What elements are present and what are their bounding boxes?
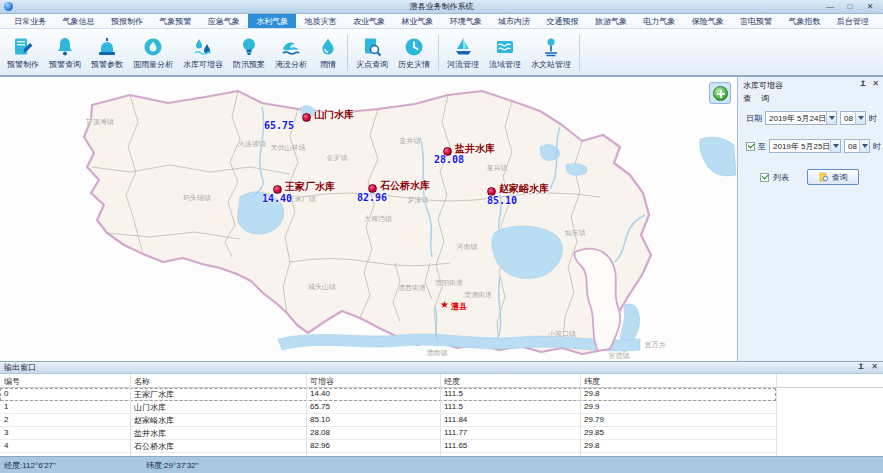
tab-weather-index[interactable]: 气象指数 (780, 14, 828, 28)
rain-analysis-button[interactable]: 面雨量分析 (128, 31, 178, 75)
column-header[interactable]: 经度 (444, 376, 460, 387)
column-header[interactable]: 可增容 (310, 376, 334, 387)
cell-id: 4 (4, 441, 8, 450)
cell-capacity: 82.96 (310, 441, 330, 450)
hour-unit-label: 时 (869, 113, 877, 124)
maximize-button[interactable]: □ (843, 1, 857, 12)
output-close-icon[interactable]: ✕ (871, 363, 878, 371)
table-row[interactable]: 1 山门水库 65.75 111.5 29.9 (0, 401, 776, 414)
table-row[interactable]: 3 盐井水库 28.08 111.77 29.85 (0, 427, 776, 440)
cell-capacity: 85.10 (310, 415, 330, 424)
tab-admin[interactable]: 后台管理 (829, 14, 877, 28)
list-checkbox[interactable] (760, 173, 769, 182)
map-canvas[interactable]: 甘溪滩镇 码头铺镇 火连坡镇 天供山林场 金罗镇 盐井镇 复兴镇 梦溪镇 大堰垱… (0, 77, 737, 361)
town-label: 小渡口镇 (548, 329, 576, 339)
toolbar-label: 预警查询 (49, 59, 81, 70)
date-to-select[interactable]: 2019年 5月25日 (769, 139, 841, 153)
toolbar-label: 预警制作 (7, 59, 39, 70)
query-button[interactable]: 查询 (807, 169, 859, 185)
cell-name: 石公桥水库 (134, 441, 174, 452)
cell-longitude: 111.77 (444, 428, 467, 437)
town-label: 宜万乡 (645, 340, 666, 350)
minimize-button[interactable]: — (823, 1, 837, 12)
panel-close-icon[interactable]: ✕ (872, 80, 879, 88)
cell-name: 赵家峪水库 (134, 415, 174, 426)
date-from-select[interactable]: 2019年 5月24日 (765, 111, 837, 125)
chevron-down-icon (855, 112, 865, 124)
to-label: 至 (758, 141, 766, 152)
hour-to-select[interactable]: 08 (844, 139, 870, 153)
reservoir-name: 王家厂水库 (285, 180, 335, 194)
tab-geo-disaster[interactable]: 地质灾害 (296, 14, 344, 28)
close-button[interactable]: ✕ (863, 1, 877, 12)
cell-name: 王家厂水库 (134, 389, 174, 400)
toolbar-label: 历史灾情 (398, 59, 430, 70)
hydro-station-management-button[interactable]: 水文站管理 (526, 31, 576, 75)
cell-id: 0 (4, 389, 8, 398)
town-label: 官垸镇 (609, 351, 630, 361)
tab-lightning[interactable]: 雷电预警 (732, 14, 780, 28)
reservoir-value: 14.40 (262, 193, 292, 204)
tab-agriculture[interactable]: 农业气象 (345, 14, 393, 28)
rain-condition-button[interactable]: 雨情 (312, 31, 344, 75)
map-add-button[interactable] (709, 82, 731, 104)
cell-capacity: 14.40 (310, 389, 330, 398)
status-bar: 经度:112°6'27" 纬度:29°37'32" (0, 456, 883, 473)
warning-edit-button[interactable]: 预警制作 (2, 31, 44, 75)
toolbar-label: 防汛预案 (233, 59, 265, 70)
tab-tourism[interactable]: 旅游气象 (587, 14, 635, 28)
tab-urban-flood[interactable]: 城市内涝 (490, 14, 538, 28)
to-checkbox[interactable] (746, 142, 755, 151)
tab-forestry[interactable]: 林业气象 (393, 14, 441, 28)
tab-emergency[interactable]: 应急气象 (200, 14, 248, 28)
column-divider (306, 374, 307, 456)
toolbar-label: 流域管理 (489, 59, 521, 70)
tab-weather-info[interactable]: 气象信息 (54, 14, 102, 28)
disaster-point-query-button[interactable]: 灾点查询 (351, 31, 393, 75)
reservoir-capacity-panel: 水库可增容 ✕ 查 询 日期 2019年 5月24日 08 时 至 2019 (737, 77, 883, 361)
date-from-value: 2019年 5月24日 (769, 113, 826, 124)
column-header[interactable]: 名称 (134, 376, 150, 387)
inundation-analysis-button[interactable]: 淹没分析 (270, 31, 312, 75)
town-label: 澧阳街道 (435, 278, 463, 288)
history-disaster-button[interactable]: 历史灾情 (393, 31, 435, 75)
tab-daily[interactable]: 日常业务 (6, 14, 54, 28)
town-label: 澧南镇 (427, 348, 448, 358)
reservoir-marker[interactable] (302, 113, 311, 122)
date-to-value: 2019年 5月25日 (773, 141, 830, 152)
flood-plan-button[interactable]: 防汛预案 (228, 31, 270, 75)
table-row[interactable]: 2 赵家峪水库 85.10 111.84 29.79 (0, 414, 776, 427)
column-header[interactable]: 纬度 (584, 376, 600, 387)
tab-traffic[interactable]: 交通预报 (538, 14, 586, 28)
tab-hydrology[interactable]: 水利气象 (248, 14, 296, 28)
toolbar-separator (347, 35, 348, 71)
toolbar-label: 灾点查询 (356, 59, 388, 70)
tab-power[interactable]: 电力气象 (635, 14, 683, 28)
basin-management-button[interactable]: 流域管理 (484, 31, 526, 75)
date-label: 日期 (746, 113, 762, 124)
inundation-wave-icon (280, 36, 302, 58)
warning-query-button[interactable]: 预警查询 (44, 31, 86, 75)
cell-latitude: 29.9 (584, 402, 600, 411)
toolbar-label: 淹没分析 (275, 59, 307, 70)
pin-icon[interactable] (857, 363, 865, 371)
table-row[interactable]: 4 石公桥水库 82.96 111.65 29.8 (0, 440, 776, 453)
tab-environment[interactable]: 环境气象 (442, 14, 490, 28)
pin-icon[interactable] (859, 80, 867, 88)
raindrop-icon (317, 36, 339, 58)
hydro-station-icon (540, 36, 562, 58)
hour-from-value: 08 (844, 114, 853, 123)
reservoir-name: 赵家峪水库 (499, 182, 549, 196)
river-management-button[interactable]: 河流管理 (442, 31, 484, 75)
hour-from-select[interactable]: 08 (840, 111, 866, 125)
warning-params-button[interactable]: 预警参数 (86, 31, 128, 75)
tab-forecast-making[interactable]: 预报制作 (103, 14, 151, 28)
tab-insurance[interactable]: 保险气象 (683, 14, 731, 28)
reservoir-capacity-button[interactable]: 水库可增容 (178, 31, 228, 75)
table-row[interactable]: 0 王家厂水库 14.40 111.5 29.8 (0, 388, 776, 401)
output-window: 输出窗口 ✕ 编号 名称 可增容 经度 纬度 0 王家厂水库 14.40 111… (0, 361, 883, 456)
tab-weather-warning[interactable]: 气象预警 (151, 14, 199, 28)
table-header: 编号 名称 可增容 经度 纬度 (0, 374, 883, 388)
column-divider (580, 374, 581, 456)
column-header[interactable]: 编号 (4, 376, 20, 387)
